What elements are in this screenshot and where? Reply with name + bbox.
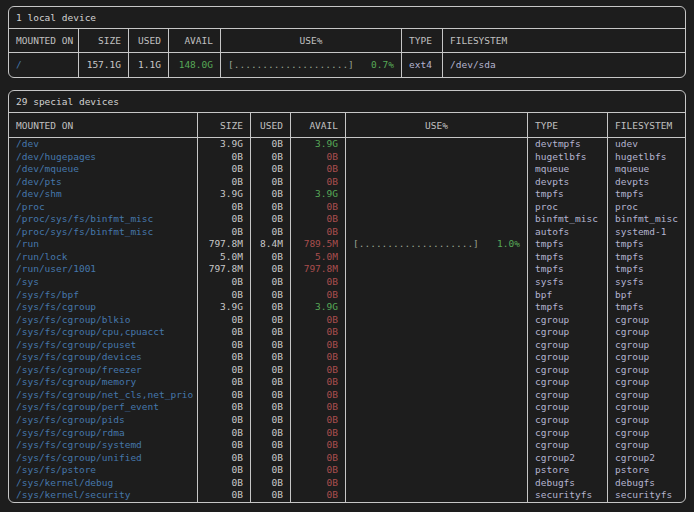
- avail-cell: 0B: [291, 489, 346, 502]
- size-cell: 0B: [198, 427, 251, 440]
- table-header-row: MOUNTED ONSIZEUSEDAVAILUSE%TYPEFILESYSTE…: [9, 113, 685, 138]
- use-percent-cell: [346, 464, 528, 477]
- use-percent-cell: [346, 188, 528, 201]
- size-cell: 0B: [198, 226, 251, 239]
- used-cell: 0B: [251, 351, 291, 364]
- mounted-on-cell: /sys/fs/cgroup/freezer: [9, 364, 198, 377]
- use-percent-cell: [346, 427, 528, 440]
- column-header-filesystem: FILESYSTEM: [443, 29, 685, 53]
- column-header-type: TYPE: [528, 113, 608, 138]
- filesystem-cell: udev: [608, 138, 685, 151]
- type-cell: tmpfs: [528, 188, 608, 201]
- use-percent-cell: [346, 339, 528, 352]
- size-cell: 0B: [198, 452, 251, 465]
- column-header-avail: AVAIL: [169, 29, 221, 53]
- filesystem-cell: /dev/sda: [443, 53, 685, 77]
- type-cell: devtmpfs: [528, 138, 608, 151]
- table-row: /run/lock5.0M0B5.0Mtmpfstmpfs: [9, 251, 685, 264]
- use-percent-cell: [346, 213, 528, 226]
- column-header-avail: AVAIL: [291, 113, 346, 138]
- used-cell: 0B: [251, 489, 291, 502]
- used-cell: 0B: [251, 439, 291, 452]
- table-row: /dev3.9G0B3.9Gdevtmpfsudev: [9, 138, 685, 151]
- table-row: /sys/fs/bpf0B0B0Bbpfbpf: [9, 289, 685, 302]
- type-cell: cgroup: [528, 314, 608, 327]
- mounted-on-cell: /sys/fs/cgroup/cpu,cpuacct: [9, 326, 198, 339]
- use-percent-cell: [346, 251, 528, 264]
- type-cell: cgroup: [528, 439, 608, 452]
- table-header-row: MOUNTED ONSIZEUSEDAVAILUSE%TYPEFILESYSTE…: [9, 29, 685, 53]
- avail-cell: 0B: [291, 414, 346, 427]
- use-percent-cell: [346, 276, 528, 289]
- avail-cell: 0B: [291, 276, 346, 289]
- table-body: /dev3.9G0B3.9Gdevtmpfsudev/dev/hugepages…: [9, 138, 685, 502]
- avail-cell: 0B: [291, 401, 346, 414]
- used-cell: 0B: [251, 276, 291, 289]
- use-percent-cell: [....................]0.7%: [221, 53, 402, 77]
- filesystem-cell: cgroup: [608, 364, 685, 377]
- mounted-on-cell: /sys/fs/cgroup/systemd: [9, 439, 198, 452]
- type-cell: cgroup: [528, 389, 608, 402]
- table-row: /proc/sys/fs/binfmt_misc0B0B0Bbinfmt_mis…: [9, 213, 685, 226]
- size-cell: 0B: [198, 414, 251, 427]
- use-percent-cell: [346, 401, 528, 414]
- filesystem-cell: devpts: [608, 176, 685, 189]
- avail-cell: 0B: [291, 389, 346, 402]
- used-cell: 0B: [251, 301, 291, 314]
- avail-cell: 0B: [291, 151, 346, 164]
- size-cell: 0B: [198, 339, 251, 352]
- size-cell: 0B: [198, 401, 251, 414]
- column-header-size: SIZE: [79, 29, 129, 53]
- type-cell: debugfs: [528, 477, 608, 490]
- size-cell: 0B: [198, 176, 251, 189]
- used-cell: 0B: [251, 263, 291, 276]
- size-cell: 0B: [198, 464, 251, 477]
- size-cell: 157.1G: [79, 53, 129, 77]
- type-cell: devpts: [528, 176, 608, 189]
- type-cell: pstore: [528, 464, 608, 477]
- filesystem-cell: tmpfs: [608, 188, 685, 201]
- used-cell: 0B: [251, 414, 291, 427]
- avail-cell: 797.8M: [291, 263, 346, 276]
- avail-cell: 0B: [291, 439, 346, 452]
- filesystem-cell: mqueue: [608, 163, 685, 176]
- usage-percent: 1.0%: [497, 238, 520, 251]
- filesystem-cell: cgroup: [608, 314, 685, 327]
- used-cell: 0B: [251, 464, 291, 477]
- mounted-on-cell: /sys/fs/pstore: [9, 464, 198, 477]
- filesystem-cell: proc: [608, 201, 685, 214]
- filesystem-cell: pstore: [608, 464, 685, 477]
- mounted-on-cell: /run/lock: [9, 251, 198, 264]
- local-devices-table: 1 local device MOUNTED ONSIZEUSEDAVAILUS…: [8, 6, 686, 78]
- used-cell: 0B: [251, 326, 291, 339]
- terminal-screen: 1 local device MOUNTED ONSIZEUSEDAVAILUS…: [0, 0, 694, 512]
- used-cell: 0B: [251, 389, 291, 402]
- table-row: /sys/fs/cgroup/perf_event0B0B0Bcgroupcgr…: [9, 401, 685, 414]
- column-header-filesystem: FILESYSTEM: [608, 113, 685, 138]
- mounted-on-cell: /run/user/1001: [9, 263, 198, 276]
- column-header-mounted-on: MOUNTED ON: [9, 29, 79, 53]
- size-cell: 3.9G: [198, 138, 251, 151]
- mounted-on-cell: /sys/fs/cgroup: [9, 301, 198, 314]
- avail-cell: 148.0G: [169, 53, 221, 77]
- used-cell: 0B: [251, 226, 291, 239]
- type-cell: cgroup: [528, 427, 608, 440]
- size-cell: 0B: [198, 477, 251, 490]
- avail-cell: 0B: [291, 289, 346, 302]
- use-percent-cell: [346, 263, 528, 276]
- filesystem-cell: tmpfs: [608, 301, 685, 314]
- filesystem-cell: sysfs: [608, 276, 685, 289]
- filesystem-cell: tmpfs: [608, 251, 685, 264]
- use-percent-cell: [346, 376, 528, 389]
- filesystem-cell: cgroup: [608, 427, 685, 440]
- filesystem-cell: cgroup: [608, 389, 685, 402]
- avail-cell: 0B: [291, 201, 346, 214]
- filesystem-cell: cgroup: [608, 376, 685, 389]
- used-cell: 0B: [251, 201, 291, 214]
- mounted-on-cell: /sys/fs/cgroup/memory: [9, 376, 198, 389]
- usage-bar: [....................]: [353, 238, 479, 251]
- used-cell: 0B: [251, 477, 291, 490]
- mounted-on-cell: /run: [9, 238, 198, 251]
- table-spacer: [8, 78, 686, 90]
- size-cell: 0B: [198, 326, 251, 339]
